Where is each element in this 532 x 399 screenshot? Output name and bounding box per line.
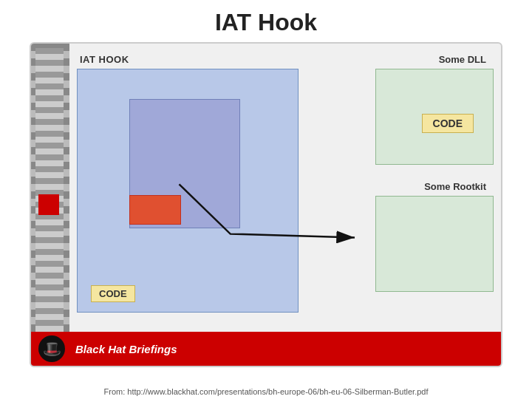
left-border-decoration bbox=[31, 44, 69, 366]
black-hat-logo: 🎩 bbox=[38, 335, 65, 362]
bottom-bar: 🎩 Black Hat Briefings bbox=[31, 332, 501, 366]
bottom-bar-text: Black Hat Briefings bbox=[75, 343, 177, 355]
slide-area: IAT HOOK CODE Some DLL CODE Some Rootkit… bbox=[30, 42, 502, 367]
code-label-iat: CODE bbox=[91, 285, 135, 302]
red-square-decoration bbox=[38, 194, 59, 215]
rootkit-box: BAD CODE bbox=[375, 196, 494, 292]
iat-table-box: CODE bbox=[77, 69, 299, 313]
main-container: IAT HOOK CODE Some DLL CODE Some Rootkit… bbox=[0, 42, 532, 367]
dll-box: CODE bbox=[375, 69, 494, 165]
code-label-dll: CODE bbox=[422, 114, 474, 133]
hat-icon: 🎩 bbox=[43, 340, 61, 358]
some-dll-label: Some DLL bbox=[439, 54, 486, 65]
iat-hook-label: IAT HOOK bbox=[80, 54, 129, 65]
hook-entry-box bbox=[129, 195, 181, 225]
content-area: IAT HOOK CODE Some DLL CODE Some Rootkit… bbox=[69, 44, 501, 366]
page-title: IAT Hook bbox=[0, 0, 532, 42]
footer-text: From: http://www.blackhat.com/presentati… bbox=[104, 387, 429, 396]
some-rootkit-label: Some Rootkit bbox=[424, 181, 486, 192]
